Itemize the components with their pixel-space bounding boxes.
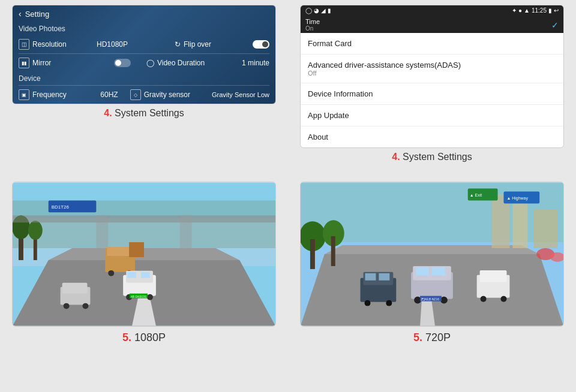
svg-point-64 [365,300,371,306]
mirror-toggle[interactable] [114,59,131,67]
video-duration-label: Video Duration [157,59,205,67]
flipover-label: Flip over [184,40,211,49]
resolution-icon: ◫ [19,39,29,50]
menu-item-device-info[interactable]: Device Information [301,83,563,105]
top-right-caption-num: 4. [392,152,400,162]
settings-header: ‹ Setting [13,5,275,22]
time-display: 11:25 [532,7,547,14]
time-title: Time [305,18,320,25]
battery-icon: ▮ [548,7,552,14]
road-photo-left: 4B·DK003S BD1T26 [13,182,275,326]
svg-text:▲ Highway: ▲ Highway [506,196,528,201]
svg-rect-49 [331,236,335,266]
svg-text:AE;B·NZ16: AE;B·NZ16 [421,298,439,301]
menu-item-app-update[interactable]: App Update [301,105,563,126]
android-statusbar: ◯ ◕ ◢ ▮ ✦ ● ▲ 11:25 ▮ ↩ [301,5,563,16]
star-icon: ● [518,7,522,14]
device-section-label: Device [13,72,275,85]
back-icon[interactable]: ↩ [554,7,559,14]
top-left-caption: 4. System Settings [104,108,184,119]
svg-rect-28 [62,283,88,294]
app-update-text: App Update [308,111,556,120]
menu-item-adas[interactable]: Advanced driver-assistance systems(ADAS)… [301,55,563,83]
svg-rect-54 [416,267,429,276]
frequency-icon: ▣ [19,89,29,100]
right-settings-card: ◯ ◕ ◢ ▮ ✦ ● ▲ 11:25 ▮ ↩ Time On [300,5,564,148]
wifi-icon: ◕ [314,7,319,14]
svg-rect-12 [96,215,108,251]
statusbar-right: ✦ ● ▲ 11:25 ▮ ↩ [512,7,559,14]
svg-rect-13 [180,215,192,251]
mirror-label: Mirror [32,59,51,67]
svg-rect-16 [129,242,144,257]
svg-rect-55 [432,267,445,276]
bt-icon: ✦ [512,7,517,14]
statusbar-left: ◯ ◕ ◢ ▮ [305,7,331,14]
svg-rect-40 [512,203,527,248]
adas-subtext: Off [308,70,556,77]
flipover-icon: ↻ [175,40,181,49]
signal-icon: ◢ [321,7,326,14]
home-icon: ◯ [305,7,312,14]
bottom-left-num: 5. [122,331,131,343]
svg-rect-67 [480,270,507,282]
svg-text:4B·DK003S: 4B·DK003S [131,295,147,298]
resolution-row: ◫ Resolution HD1080P ↻ Flip over [13,35,275,53]
bottom-left-caption: 5. 1080P [122,327,166,346]
top-left-caption-num: 4. [104,108,112,118]
svg-point-17 [108,270,114,276]
resolution-label: Resolution [32,40,67,49]
gravity-sensor-label: Gravity sensor [144,91,190,99]
format-card-text: Format Card [308,39,556,48]
svg-point-68 [481,296,487,302]
road-photo-right: ▲ Highway ▲ Exit [301,182,563,326]
clock-icon: ◯ [146,59,154,67]
mirror-icon: ▮▮ [19,58,29,68]
svg-point-29 [64,303,70,309]
menu-item-about[interactable]: About [301,126,563,147]
svg-point-10 [28,221,43,240]
photo-card-left: 4B·DK003S BD1T26 [12,182,276,327]
signal2-icon: ▲ [524,7,530,14]
photo-card-right: ▲ Highway ▲ Exit [300,182,564,327]
svg-text:BD1T26: BD1T26 [52,204,70,210]
svg-rect-21 [127,272,136,278]
svg-point-30 [82,303,88,309]
svg-point-24 [147,294,153,300]
svg-rect-11 [13,215,275,222]
on-label: On [305,25,320,32]
mirror-row: ▮▮ Mirror ◯ Video Duration 1 minute [13,54,275,72]
svg-rect-62 [365,273,376,281]
flipover-toggle[interactable] [253,40,269,49]
svg-rect-63 [379,273,389,281]
gravity-sensor-value: Gravity Sensor Low [212,91,269,98]
back-arrow-icon[interactable]: ‹ [19,9,22,19]
video-section-label: Video Photoes [13,22,275,35]
menu-item-format-card[interactable]: Format Card [301,33,563,55]
svg-rect-47 [310,239,315,269]
frequency-row: ▣ Frequency 60HZ ◇ Gravity sensor Gravit… [13,86,275,104]
bottom-right-caption: 5. 720P [413,327,451,346]
android-menu: Format Card Advanced driver-assistance s… [301,33,563,147]
android-header: Time On ✓ [301,16,563,33]
bottom-right-num: 5. [413,331,422,343]
settings-title: Setting [25,10,49,19]
top-left-caption-text: System Settings [115,108,184,118]
video-duration-value: 1 minute [242,59,269,67]
frequency-value: 60HZ [100,91,118,99]
frequency-label: Frequency [32,91,67,99]
svg-point-69 [500,296,506,302]
bottom-right-text: 720P [425,331,451,343]
device-info-text: Device Information [308,89,556,98]
svg-rect-22 [141,272,150,278]
svg-point-65 [386,300,392,306]
gravity-icon: ◇ [130,89,141,100]
left-settings-card: ‹ Setting Video Photoes ◫ Resolution HD1… [12,5,276,104]
svg-text:▲ Exit: ▲ Exit [470,193,482,197]
adas-text: Advanced driver-assistance systems(ADAS) [308,61,556,70]
top-right-caption: 4. System Settings [392,152,472,162]
resolution-value: HD1080P [97,40,128,49]
checkmark-icon: ✓ [551,20,559,30]
svg-rect-41 [533,209,557,248]
top-right-caption-text: System Settings [403,152,472,162]
